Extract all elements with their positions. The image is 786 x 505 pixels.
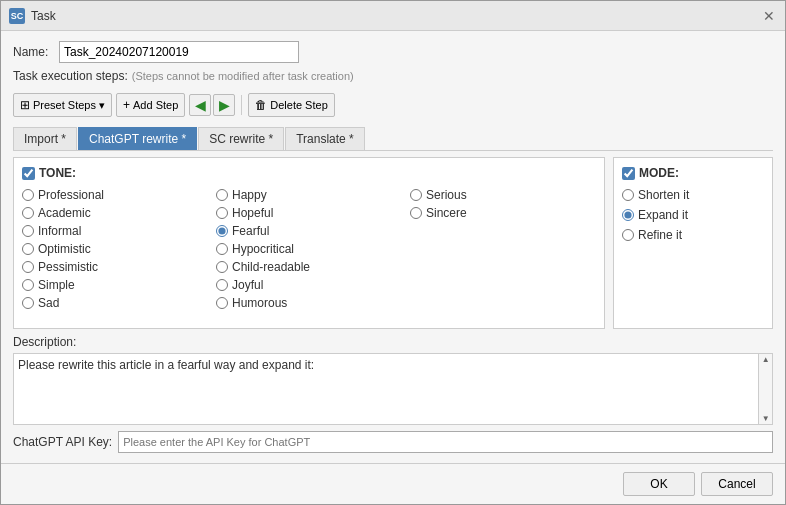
tone-joyful-label: Simple (38, 278, 75, 292)
tone-sad[interactable]: Sad (22, 296, 208, 310)
preset-steps-button[interactable]: ⊞ Preset Steps ▾ (13, 93, 112, 117)
tone-empty-3 (410, 260, 596, 274)
task-steps-note: (Steps cannot be modified after task cre… (132, 70, 354, 82)
tone-informal-label: Informal (38, 224, 81, 238)
tone-hypocritical[interactable]: Hypocritical (216, 242, 402, 256)
add-step-icon: + (123, 98, 130, 112)
tone-informal-radio[interactable] (22, 225, 34, 237)
main-panels: TONE: Professional Happy Serious (13, 157, 773, 329)
window-title: Task (31, 9, 56, 23)
delete-step-button[interactable]: 🗑 Delete Step (248, 93, 334, 117)
task-dialog: SC Task ✕ Name: Task execution steps: (S… (0, 0, 786, 505)
task-steps-row: Task execution steps: (Steps cannot be m… (13, 69, 773, 83)
prev-step-button[interactable]: ◀ (189, 94, 211, 116)
mode-refine-label: Refine it (638, 228, 682, 242)
tone-sincere-label: Sincere (426, 206, 467, 220)
mode-expand-radio[interactable] (622, 209, 634, 221)
mode-shorten-radio[interactable] (622, 189, 634, 201)
tone-child-readable[interactable]: Child-readable (216, 260, 402, 274)
tab-translate[interactable]: Translate * (285, 127, 365, 150)
mode-header: MODE: (622, 166, 764, 180)
tone-humorous-label: Humorous (232, 296, 287, 310)
tone-child-readable-radio[interactable] (216, 261, 228, 273)
api-key-row: ChatGPT API Key: (13, 431, 773, 453)
tone-sad-radio[interactable] (22, 297, 34, 309)
mode-options: Shorten it Expand it Refine it (622, 188, 764, 242)
tone-fearful-radio[interactable] (216, 225, 228, 237)
scroll-down-arrow[interactable]: ▼ (762, 414, 770, 423)
cancel-button[interactable]: Cancel (701, 472, 773, 496)
mode-expand[interactable]: Expand it (622, 208, 764, 222)
mode-refine-radio[interactable] (622, 229, 634, 241)
title-bar-left: SC Task (9, 8, 56, 24)
description-label: Description: (13, 335, 773, 349)
description-section: Description: ▲ ▼ (13, 335, 773, 425)
tone-happy-radio[interactable] (216, 189, 228, 201)
tone-empty-2 (410, 242, 596, 256)
tone-joyful[interactable]: Simple (22, 278, 208, 292)
title-bar: SC Task ✕ (1, 1, 785, 31)
mode-shorten[interactable]: Shorten it (622, 188, 764, 202)
tone-pessimistic[interactable]: Pessimistic (22, 260, 208, 274)
tab-chatgpt[interactable]: ChatGPT rewrite * (78, 127, 197, 150)
tone-optimistic-radio[interactable] (22, 243, 34, 255)
tone-sad-label: Sad (38, 296, 59, 310)
tone-professional-radio[interactable] (22, 189, 34, 201)
tone-professional-label: Professional (38, 188, 104, 202)
tone-simple[interactable]: Joyful (216, 278, 402, 292)
tone-hopeful[interactable]: Hopeful (216, 206, 402, 220)
add-step-button[interactable]: + Add Step (116, 93, 185, 117)
api-key-input[interactable] (118, 431, 773, 453)
scroll-up-arrow[interactable]: ▲ (762, 355, 770, 364)
close-button[interactable]: ✕ (761, 8, 777, 24)
tone-professional[interactable]: Professional (22, 188, 208, 202)
tone-empty-1 (410, 224, 596, 238)
tone-optimistic-label: Optimistic (38, 242, 91, 256)
tone-academic[interactable]: Academic (22, 206, 208, 220)
name-input[interactable] (59, 41, 299, 63)
tone-label: TONE: (39, 166, 76, 180)
tone-hopeful-label: Hopeful (232, 206, 273, 220)
tone-serious-label: Serious (426, 188, 467, 202)
tone-happy[interactable]: Happy (216, 188, 402, 202)
next-step-button[interactable]: ▶ (213, 94, 235, 116)
tone-optimistic[interactable]: Optimistic (22, 242, 208, 256)
task-steps-label: Task execution steps: (13, 69, 128, 83)
name-row: Name: (13, 41, 773, 63)
mode-label: MODE: (639, 166, 679, 180)
tone-joyful-radio[interactable] (22, 279, 34, 291)
api-key-label: ChatGPT API Key: (13, 435, 112, 449)
tab-sc[interactable]: SC rewrite * (198, 127, 284, 150)
tone-pessimistic-radio[interactable] (22, 261, 34, 273)
tone-checkbox[interactable] (22, 167, 35, 180)
tone-informal[interactable]: Informal (22, 224, 208, 238)
mode-refine[interactable]: Refine it (622, 228, 764, 242)
delete-icon: 🗑 (255, 98, 267, 112)
tone-humorous-radio[interactable] (216, 297, 228, 309)
tone-panel: TONE: Professional Happy Serious (13, 157, 605, 329)
tab-import[interactable]: Import * (13, 127, 77, 150)
name-label: Name: (13, 45, 53, 59)
tone-serious-radio[interactable] (410, 189, 422, 201)
tone-fearful-label: Fearful (232, 224, 269, 238)
tone-grid: Professional Happy Serious Academic (22, 188, 596, 310)
tone-humorous[interactable]: Humorous (216, 296, 402, 310)
footer: OK Cancel (1, 463, 785, 504)
tone-sincere-radio[interactable] (410, 207, 422, 219)
toolbar-separator (241, 95, 242, 115)
tone-serious[interactable]: Serious (410, 188, 596, 202)
description-textarea[interactable] (13, 353, 759, 425)
preset-steps-arrow: ▾ (99, 99, 105, 112)
tone-hopeful-radio[interactable] (216, 207, 228, 219)
tone-pessimistic-label: Pessimistic (38, 260, 98, 274)
mode-checkbox[interactable] (622, 167, 635, 180)
tone-hypocritical-label: Hypocritical (232, 242, 294, 256)
tone-fearful[interactable]: Fearful (216, 224, 402, 238)
app-icon: SC (9, 8, 25, 24)
tone-academic-radio[interactable] (22, 207, 34, 219)
tone-sincere[interactable]: Sincere (410, 206, 596, 220)
description-scrollbar[interactable]: ▲ ▼ (759, 353, 773, 425)
ok-button[interactable]: OK (623, 472, 695, 496)
tone-hypocritical-radio[interactable] (216, 243, 228, 255)
tone-simple-radio[interactable] (216, 279, 228, 291)
